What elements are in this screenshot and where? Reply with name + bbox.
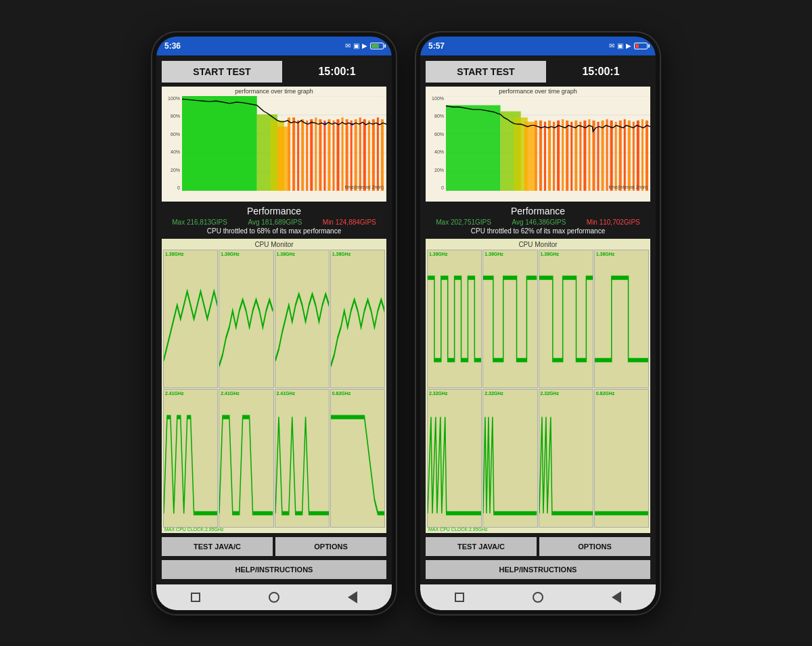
svg-rect-85	[595, 390, 648, 527]
svg-rect-59	[566, 120, 568, 191]
nav-home-2[interactable]	[531, 591, 545, 604]
svg-rect-16	[315, 117, 317, 190]
cpu-cell2-2-1: 2.32GHz	[427, 389, 482, 528]
svg-rect-39	[219, 390, 273, 527]
cpu-cell-2-3: 2.41GHz	[275, 389, 330, 528]
status-time-1: 5:36	[164, 41, 181, 51]
nav-square-1[interactable]	[189, 591, 202, 604]
help-button-2[interactable]: HELP/INSTRUCTIONS	[426, 560, 650, 579]
timer-display-1: 15:00:1	[288, 66, 386, 78]
graph-y-axis-1: 100% 80% 60% 40% 20% 0	[162, 96, 182, 191]
status-time-2: 5:57	[428, 41, 445, 51]
svg-rect-20	[332, 120, 334, 191]
cpu-freq-2-1: 2.41GHz	[165, 391, 184, 396]
battery-icon-1	[370, 43, 384, 49]
battery-icon-2	[634, 43, 648, 49]
y-label-20-1: 20%	[171, 168, 180, 172]
svg-rect-82	[428, 390, 481, 527]
cpu-cell-2-4: 0.82GHz	[330, 389, 385, 528]
svg-rect-68	[606, 119, 608, 191]
cpu-freq-1-4: 1.38GHz	[332, 252, 351, 256]
svg-rect-15	[310, 119, 313, 191]
svg-rect-64	[588, 119, 590, 191]
y-label-60-1: 60%	[171, 132, 180, 137]
cpu-cell2-1-2: 1.38GHz	[482, 250, 537, 388]
svg-rect-28	[368, 120, 370, 191]
svg-rect-58	[562, 119, 564, 191]
cpu-svg2-1-4	[595, 250, 648, 388]
cpu-monitor-title-1: CPU Monitor	[162, 239, 386, 248]
throttle-info-2: CPU throttled to 62% of its max performa…	[426, 227, 650, 235]
nav-back-2[interactable]	[610, 591, 623, 604]
nav-back-1[interactable]	[346, 591, 359, 604]
start-test-button-1[interactable]: START TEST	[162, 61, 282, 83]
svg-rect-63	[583, 120, 586, 191]
cpu-monitor-2: CPU Monitor 1.38GHz 1.38GHz	[426, 239, 650, 533]
cpu-freq-1-2: 1.38GHz	[221, 252, 240, 256]
performance-graph-1: performance over time graph 100% 80% 60%…	[162, 87, 386, 202]
max-cpu-label-1: MAX CPU CLOCK:2.95GHz	[164, 527, 224, 532]
graph-title-2: performance over time graph	[499, 88, 577, 95]
cpu-cell2-2-4: 0.82GHz	[594, 389, 649, 528]
y-label-60-2: 60%	[434, 132, 444, 137]
svg-rect-62	[579, 121, 581, 190]
svg-rect-70	[615, 121, 617, 190]
nav-square-2[interactable]	[453, 591, 466, 604]
cpu-freq2-2-3: 2.32GHz	[541, 391, 560, 396]
svg-rect-21	[337, 119, 340, 191]
cpu-svg-1-4	[331, 250, 384, 388]
svg-rect-17	[319, 119, 321, 191]
svg-rect-51	[524, 121, 535, 190]
svg-rect-76	[641, 119, 644, 191]
cpu-svg-1-3	[275, 250, 329, 388]
test-java-c-button-2[interactable]: TEST JAVA/C	[426, 537, 537, 556]
svg-rect-22	[342, 117, 344, 190]
bottom-buttons-2: TEST JAVA/C OPTIONS	[426, 537, 650, 556]
svg-rect-30	[377, 117, 379, 190]
graph-time-label-2: time(interval 2min)	[608, 185, 648, 189]
cpu-cell2-1-4: 1.38GHz	[594, 250, 649, 388]
perf-svg-1	[182, 96, 386, 191]
svg-rect-77	[646, 120, 648, 191]
svg-rect-66	[597, 121, 599, 190]
cpu-freq2-2-4: 0.82GHz	[596, 391, 615, 396]
top-controls-1: START TEST 15:00:1	[162, 61, 386, 83]
wifi-icon-2: ▣	[617, 42, 623, 49]
cpu-svg-2-3	[275, 390, 329, 527]
test-java-c-button-1[interactable]: TEST JAVA/C	[162, 537, 273, 556]
timer-display-2: 15:00:1	[551, 66, 650, 78]
svg-rect-75	[637, 120, 639, 191]
start-test-button-2[interactable]: START TEST	[426, 61, 546, 83]
svg-rect-67	[602, 120, 604, 191]
options-button-2[interactable]: OPTIONS	[539, 537, 650, 556]
svg-rect-34	[164, 250, 217, 388]
svg-rect-25	[355, 119, 357, 191]
msg-icon-2: ✉	[609, 42, 614, 49]
svg-rect-56	[553, 121, 555, 190]
wifi-icon-1: ▣	[353, 42, 359, 49]
cpu-svg-1-1	[164, 250, 217, 388]
svg-point-33	[351, 122, 354, 125]
cpu-freq-2-2: 2.41GHz	[221, 391, 240, 396]
nav-home-1[interactable]	[267, 591, 281, 604]
cpu-cell-2-2: 2.41GHz	[219, 389, 273, 528]
phone-device-2: 5:57 ✉ ▣ ▶ START TEST 15:00:1 performanc…	[416, 32, 660, 614]
svg-rect-69	[610, 120, 613, 191]
bottom-buttons-1: TEST JAVA/C OPTIONS	[162, 537, 386, 556]
svg-point-32	[323, 122, 326, 124]
help-btn-row-2: HELP/INSTRUCTIONS	[426, 560, 650, 579]
cpu-cell-1-3: 1.38GHz	[275, 250, 330, 388]
stat-min-2: Min 110,702GIPS	[587, 218, 640, 226]
app-content-2: START TEST 15:00:1 performance over time…	[420, 55, 656, 584]
svg-rect-31	[381, 119, 384, 191]
cpu-svg-2-4	[331, 390, 384, 527]
y-label-100-1: 100%	[168, 96, 180, 101]
options-button-1[interactable]: OPTIONS	[275, 537, 386, 556]
cpu-cell-1-4: 1.38GHz	[330, 250, 385, 388]
cpu-cell2-1-1: 1.38GHz	[427, 250, 482, 388]
cpu-svg2-1-1	[428, 250, 481, 388]
y-label-0-2: 0	[441, 185, 444, 190]
stat-avg-1: Avg 181,689GIPS	[248, 218, 302, 226]
cpu-svg2-1-2	[483, 250, 537, 388]
help-button-1[interactable]: HELP/INSTRUCTIONS	[162, 560, 386, 579]
